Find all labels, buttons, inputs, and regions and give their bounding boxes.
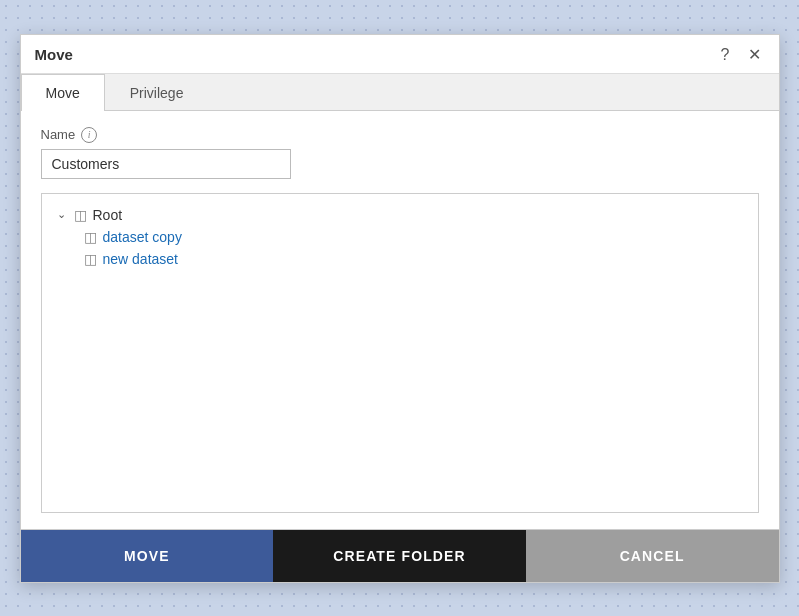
tabs: Move Privilege: [21, 74, 779, 111]
title-actions: ? ✕: [717, 45, 765, 65]
dialog-body: Move Privilege Name i ⌄ ◫ R: [21, 74, 779, 529]
folder-icon-root: ◫: [74, 207, 87, 223]
name-label-text: Name: [41, 127, 76, 142]
create-folder-button[interactable]: CREATE FOLDER: [273, 530, 526, 582]
new-dataset-label: new dataset: [103, 251, 179, 267]
dialog-title-bar: Move ? ✕: [21, 35, 779, 74]
dialog-footer: MOVE CREATE FOLDER CANCEL: [21, 529, 779, 582]
name-input[interactable]: [41, 149, 291, 179]
cancel-button[interactable]: CANCEL: [526, 530, 779, 582]
tree-row-dataset-copy[interactable]: ◫ dataset copy: [80, 226, 748, 248]
name-field-label: Name i: [41, 127, 759, 143]
tab-move[interactable]: Move: [21, 74, 105, 111]
chevron-down-icon: ⌄: [56, 208, 68, 221]
tab-content-move: Name i ⌄ ◫ Root ◫: [21, 111, 779, 529]
folder-icon-new-dataset: ◫: [84, 251, 97, 267]
tree-children: ◫ dataset copy ◫ new dataset: [80, 226, 748, 270]
tree-root: ⌄ ◫ Root ◫ dataset copy ◫: [52, 204, 748, 270]
root-label: Root: [93, 207, 123, 223]
dialog-title: Move: [35, 46, 73, 63]
folder-icon-dataset-copy: ◫: [84, 229, 97, 245]
move-dialog: Move ? ✕ Move Privilege Name i: [20, 34, 780, 583]
tree-row-new-dataset[interactable]: ◫ new dataset: [80, 248, 748, 270]
dataset-copy-label: dataset copy: [103, 229, 182, 245]
tree-container: ⌄ ◫ Root ◫ dataset copy ◫: [41, 193, 759, 513]
move-button[interactable]: MOVE: [21, 530, 274, 582]
close-button[interactable]: ✕: [744, 45, 765, 65]
tab-privilege[interactable]: Privilege: [105, 74, 209, 111]
tree-row-root[interactable]: ⌄ ◫ Root: [52, 204, 748, 226]
help-button[interactable]: ?: [717, 45, 734, 65]
info-icon: i: [81, 127, 97, 143]
